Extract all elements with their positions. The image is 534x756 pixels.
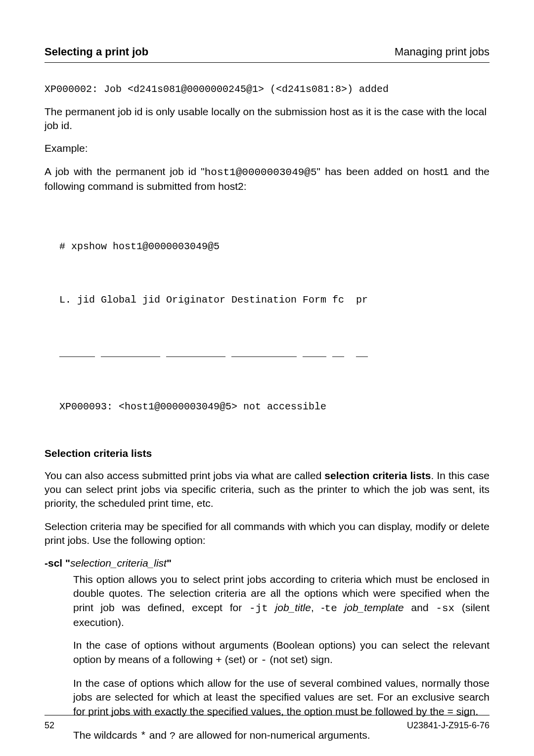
code-jt: -jt (249, 603, 268, 614)
output-line-1: XP000002: Job <d241s081@0000000245@1> (<… (44, 83, 490, 96)
italic-job-template: job_template (337, 602, 404, 613)
para-selection-1: You can also access submitted print jobs… (44, 469, 490, 511)
scl-desc-3: In the case of options which allow for t… (73, 676, 490, 719)
scl-option-line: -scl "selection_criteria_list" (44, 556, 490, 570)
code-sx: -sx (436, 603, 454, 614)
code-star: * (140, 730, 146, 742)
code-line: XP000093: <host1@0000003049@5> not acces… (59, 398, 490, 416)
doc-id: U23841-J-Z915-6-76 (407, 719, 490, 731)
scl-flag: -scl (44, 557, 62, 569)
code-plus: + (216, 655, 222, 666)
text: A job with the permanent job id " (44, 166, 205, 177)
text: , - (311, 602, 325, 613)
text: In the case of options which allow for t… (73, 677, 490, 717)
example-label: Example: (44, 141, 490, 155)
page-header: Selecting a print job Managing print job… (44, 44, 490, 63)
close-quote: " (167, 557, 172, 569)
bold-selection-criteria-lists: selection criteria lists (324, 470, 431, 481)
code-line: L. jid Global jid Originator Destination… (59, 291, 490, 309)
code-line: # xpshow host1@0000003049@5 (59, 238, 490, 256)
scl-arg: selection_criteria_list (70, 557, 167, 569)
italic-job-title: job_title (275, 602, 311, 613)
text: (set) or (222, 654, 261, 665)
code-line: ______ __________ __________ ___________… (59, 345, 490, 362)
header-right: Managing print jobs (395, 44, 490, 59)
para-example-intro: A job with the permanent job id "host1@0… (44, 165, 490, 194)
code-block-xpshow: # xpshow host1@0000003049@5 L. jid Globa… (59, 202, 490, 434)
scl-desc-2: In the case of options without arguments… (73, 638, 490, 667)
text: (not set) sign. (267, 654, 333, 665)
para-selection-2: Selection criteria may be specified for … (44, 520, 490, 548)
text: You can also access submitted print jobs… (44, 470, 324, 481)
scl-desc-1: This option allows you to select print j… (73, 573, 490, 629)
code-inline-hostid: host1@0000003049@5 (205, 167, 317, 178)
code-minus: - (261, 655, 267, 666)
open-quote: " (62, 557, 70, 569)
page-footer: 52 U23841-J-Z915-6-76 (44, 715, 490, 731)
code-te: te (325, 603, 337, 614)
text: and (404, 602, 436, 613)
heading-selection-criteria: Selection criteria lists (44, 446, 490, 460)
para-permanent-jobid: The permanent job id is only usable loca… (44, 105, 490, 133)
header-left: Selecting a print job (44, 44, 148, 59)
code-qmark: ? (170, 730, 176, 742)
page-number: 52 (44, 719, 54, 731)
